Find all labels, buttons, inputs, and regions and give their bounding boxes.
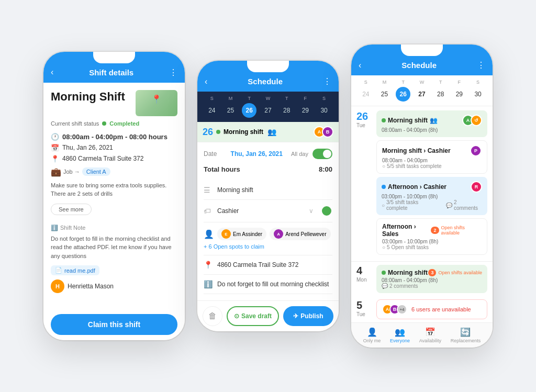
location-field[interactable]: 📍 4860 Carmela Trail Suite 372 bbox=[204, 255, 332, 275]
cal3-day-26-today[interactable]: 26 bbox=[396, 87, 410, 102]
file-attachment[interactable]: 📄 read me.pdf bbox=[51, 265, 99, 275]
unavail-text: 6 users are unavailable bbox=[411, 306, 471, 312]
sales-open-badge-row: 2 Open shifts available bbox=[431, 225, 482, 236]
status-dot bbox=[102, 121, 106, 126]
cal3-day-27[interactable]: 27 bbox=[415, 87, 429, 102]
phone-schedule-view: ‹ Schedule ⋮ S M T W T F S 24 25 26 27 2… bbox=[351, 44, 493, 348]
see-more-button[interactable]: See more bbox=[51, 204, 92, 215]
afternoon-cashier-title: Afternoon › Cashier bbox=[388, 183, 446, 191]
chevron-down-icon: ∨ bbox=[309, 207, 314, 215]
mon-dot bbox=[382, 271, 386, 275]
avatar-2: B bbox=[322, 126, 333, 138]
menu-button[interactable]: ⋮ bbox=[169, 68, 177, 77]
only-me-label: Only me bbox=[363, 338, 381, 343]
date-row: 📅 Thu, Jan 26, 2021 bbox=[51, 144, 177, 152]
day-5-cards: A B +4 6 users are unavailable bbox=[376, 299, 487, 319]
unavail-card: A B +4 6 users are unavailable bbox=[376, 299, 487, 319]
divider-1 bbox=[351, 261, 493, 262]
cal-days-header: S M T W T F S bbox=[203, 96, 333, 101]
phone-schedule-edit: ‹ Schedule ⋮ S M T W T F S 24 25 26 27 2… bbox=[197, 61, 339, 331]
footer-only-me[interactable]: 👤 Only me bbox=[363, 327, 381, 343]
mon-morning-title: Morning shift bbox=[388, 269, 428, 276]
replacements-label: Replacements bbox=[451, 338, 481, 343]
cal-day-24[interactable]: 24 bbox=[205, 103, 219, 118]
time-row: 🕐 08:00am - 04:00pm - 08:00 hours bbox=[51, 133, 177, 141]
save-draft-button[interactable]: ⊙ Save draft bbox=[227, 306, 279, 326]
calendar-strip-3: S M T W T F S 24 25 26 27 28 29 30 bbox=[351, 75, 493, 106]
claim-shift-button[interactable]: Claim this shift bbox=[51, 314, 177, 335]
event-banner: 26 Morning shift 👥 A B bbox=[197, 122, 339, 142]
cal-day-25[interactable]: 25 bbox=[224, 103, 238, 118]
menu-button-2[interactable]: ⋮ bbox=[323, 76, 331, 86]
day-26-cards: Morning shift 👥 A ↺ 08:00am - 04:00pm (8… bbox=[376, 110, 487, 258]
total-label: Total hours bbox=[204, 165, 240, 173]
afternoon-sales-title: Afternoon › Sales bbox=[382, 223, 431, 238]
cal-day-29[interactable]: 29 bbox=[298, 103, 312, 118]
morning-avatar-2: ↺ bbox=[471, 115, 482, 126]
delete-button[interactable]: 🗑 bbox=[203, 306, 222, 326]
sales-time: 03:00pm - 10:00pm (8h) bbox=[382, 239, 482, 244]
comment-icon: 💬 bbox=[446, 203, 452, 208]
open-badge-3: 3 bbox=[428, 269, 436, 276]
day-4-num: 4 bbox=[356, 265, 371, 277]
cal3-day-29[interactable]: 29 bbox=[452, 87, 466, 102]
open-spots-text[interactable]: + 6 Open spots to claim bbox=[204, 243, 264, 250]
assignee-field-icon: 👤 bbox=[204, 229, 214, 239]
afternoon-meta: ○ 3/5 shift tasks complete 💬 2 comments bbox=[382, 199, 482, 211]
day-5-num: 5 bbox=[356, 299, 371, 311]
position-icon: 🏷 bbox=[204, 207, 213, 215]
phone-notch bbox=[93, 52, 135, 63]
position-field[interactable]: 🏷 Cashier ∨ bbox=[204, 200, 332, 222]
only-me-icon: 👤 bbox=[367, 327, 377, 337]
footer-replacements[interactable]: 🔄 Replacements bbox=[451, 327, 481, 343]
footer-availability[interactable]: 📅 Availability bbox=[419, 327, 441, 343]
note-field[interactable]: ℹ️ Do not forget to fill out morning che… bbox=[204, 275, 332, 294]
footer-everyone[interactable]: 👥 Everyone bbox=[390, 327, 410, 343]
mon-comment-icon: 💬 bbox=[382, 283, 388, 289]
assignee-chip-1[interactable]: E Em Assinder bbox=[217, 228, 266, 240]
availability-label: Availability bbox=[419, 338, 441, 343]
event-status-dot bbox=[216, 130, 220, 134]
cal-day-30[interactable]: 30 bbox=[317, 103, 331, 118]
mon-morning-shift-card[interactable]: Morning shift 3 Open shifts available 08… bbox=[376, 265, 487, 293]
assignee-avatar-1: E bbox=[221, 229, 231, 239]
menu-button-3[interactable]: ⋮ bbox=[477, 60, 485, 70]
cal-day-27[interactable]: 27 bbox=[261, 103, 275, 118]
afternoon-cashier-card[interactable]: Afternoon › Cashier R 03:00pm - 10:00pm … bbox=[376, 177, 487, 215]
morning-status-dot bbox=[382, 118, 386, 122]
day-26-num: 26 bbox=[356, 110, 371, 122]
cal3-day-25[interactable]: 25 bbox=[377, 87, 392, 102]
afternoon-sales-card[interactable]: Afternoon › Sales 2 Open shifts availabl… bbox=[376, 218, 487, 255]
day-5-row: 5 Tue A B +4 6 users are unavailable bbox=[356, 299, 487, 319]
allday-label: All day bbox=[291, 151, 308, 157]
cal3-day-30[interactable]: 30 bbox=[471, 87, 485, 102]
allday-toggle[interactable] bbox=[312, 149, 332, 159]
afternoon-comments: 💬 2 comments bbox=[446, 199, 482, 211]
morning-shift-card[interactable]: Morning shift 👥 A ↺ 08:00am - 04:00pm (8… bbox=[376, 110, 487, 137]
cal3-day-24[interactable]: 24 bbox=[359, 87, 373, 102]
publish-button[interactable]: ✈ Publish bbox=[283, 306, 333, 326]
mon-morning-time: 08:00am - 04:00pm (8h) bbox=[382, 277, 482, 283]
cal-day-28[interactable]: 28 bbox=[280, 103, 294, 118]
map-thumbnail bbox=[136, 90, 177, 116]
phone-notch-3 bbox=[401, 44, 443, 56]
mon-comments: 💬 2 comments bbox=[382, 283, 482, 289]
job-row: 💼 Job → Client A bbox=[51, 167, 177, 177]
unavail-avatars: A B +4 bbox=[382, 304, 407, 315]
cal-days-row-3: 24 25 26 27 28 29 30 bbox=[356, 87, 487, 102]
morning-shift-title: Morning shift bbox=[388, 117, 428, 124]
assignee-chip-2[interactable]: A Arend Pellewever bbox=[270, 228, 330, 240]
afternoon-sales-header: Afternoon › Sales 2 Open shifts availabl… bbox=[382, 223, 482, 238]
calendar-icon: 📅 bbox=[51, 144, 59, 152]
cal3-day-28[interactable]: 28 bbox=[433, 87, 448, 102]
mon-title-row: Morning shift bbox=[382, 269, 428, 276]
morning-cashier-card[interactable]: Morning shift › Cashier P 08:00am - 04:0… bbox=[376, 140, 487, 174]
day-26-header: 26 Tue Morning shift 👥 bbox=[356, 110, 487, 258]
day-4-cards: Morning shift 3 Open shifts available 08… bbox=[376, 265, 487, 296]
assignee-list: 👤 E Em Assinder A Arend Pellewever + 6 O… bbox=[204, 228, 332, 250]
assignee-name: Henrietta Mason bbox=[68, 283, 114, 290]
shift-name-field[interactable]: ☰ Morning shift bbox=[204, 181, 332, 200]
cal-day-26-today[interactable]: 26 bbox=[242, 103, 256, 118]
event-name: Morning shift bbox=[224, 128, 263, 136]
morning-cashier-title: Morning shift › Cashier bbox=[382, 147, 451, 154]
